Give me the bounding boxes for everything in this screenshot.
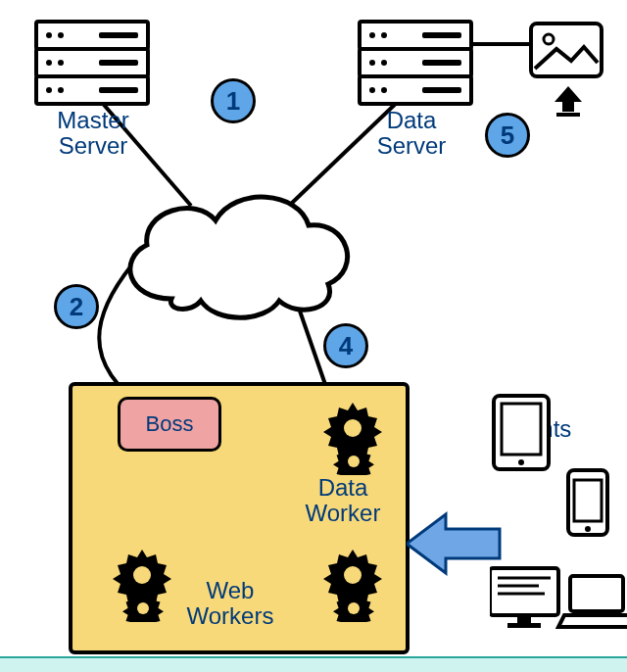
gear-icon-web-worker-left xyxy=(93,544,171,622)
svg-point-13 xyxy=(133,566,151,584)
svg-marker-30 xyxy=(558,615,627,627)
data-worker-label: Data Worker xyxy=(294,475,392,527)
svg-marker-31 xyxy=(407,514,500,573)
master-server-label-line1: Master xyxy=(57,107,128,133)
svg-point-15 xyxy=(344,566,362,584)
diagram-stage: Master Server Data Server 1 2 3 4 5 Boss xyxy=(0,0,627,672)
badge-5: 5 xyxy=(485,113,530,158)
footer-bar xyxy=(0,656,627,672)
master-server-label: Master Server xyxy=(34,108,152,160)
web-workers-label: Web Workers xyxy=(167,578,294,630)
image-upload-icon xyxy=(527,20,605,118)
master-server-icon xyxy=(34,20,150,102)
svg-rect-7 xyxy=(531,24,602,76)
client-devices-group xyxy=(490,392,627,647)
smartphone-icon xyxy=(568,470,607,535)
svg-point-14 xyxy=(137,602,149,614)
gear-icon-web-worker-right xyxy=(304,544,382,622)
svg-rect-29 xyxy=(570,576,623,611)
boss-box: Boss xyxy=(118,397,221,452)
svg-rect-27 xyxy=(517,615,531,623)
badge-4: 4 xyxy=(323,323,368,368)
svg-point-12 xyxy=(348,456,360,467)
svg-point-11 xyxy=(344,419,362,437)
laptop-icon xyxy=(558,576,627,627)
svg-marker-10 xyxy=(555,86,582,112)
arrow-left-icon xyxy=(407,509,505,578)
svg-rect-9 xyxy=(556,113,580,117)
svg-point-19 xyxy=(518,459,524,465)
svg-point-22 xyxy=(585,526,591,532)
boss-label: Boss xyxy=(146,411,194,437)
badge-2: 2 xyxy=(54,284,99,329)
svg-rect-28 xyxy=(507,623,541,628)
tablet-icon xyxy=(494,396,549,469)
badge-1: 1 xyxy=(211,78,256,123)
data-server-icon xyxy=(358,20,473,102)
svg-point-16 xyxy=(348,602,360,614)
data-server-label-line1: Data xyxy=(387,107,437,133)
gear-icon-data-worker xyxy=(304,397,382,475)
data-server-label-line2: Server xyxy=(377,132,447,159)
master-server-label-line2: Server xyxy=(59,132,128,159)
cloud-icon xyxy=(108,181,362,328)
data-server-label: Data Server xyxy=(358,108,465,160)
